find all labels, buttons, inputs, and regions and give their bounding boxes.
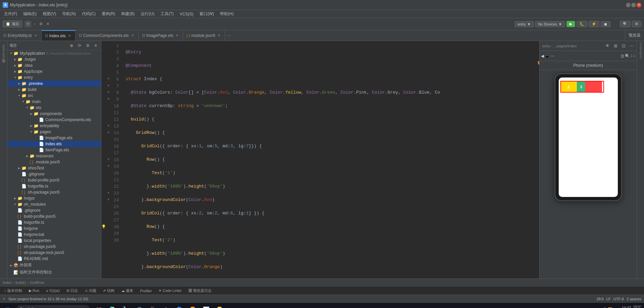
menu-build[interactable]: 构建(B)	[119, 10, 137, 17]
tree-preview[interactable]: ▶ 📁 .preview	[7, 81, 101, 87]
menu-run[interactable]: 运行(U)	[138, 10, 157, 17]
tree-indexets[interactable]: 📄 Index.ets	[7, 141, 101, 147]
menu-navigate[interactable]: 导航(N)	[59, 10, 79, 17]
tree-resources[interactable]: ▶ 📁 resources	[7, 153, 101, 159]
maximize-button[interactable]: □	[631, 3, 636, 7]
tabs-more-btn[interactable]: ⋯	[225, 30, 233, 41]
tree-hvigorfile[interactable]: 📄 hvigorfile.ts	[7, 183, 101, 189]
run-button[interactable]: ▶	[566, 21, 575, 27]
tab-commoncomponents[interactable]: ⊡ CommonComponents.ets ✕	[76, 30, 139, 41]
fold-btn-23[interactable]: ▼	[106, 190, 111, 197]
preview-options-btn[interactable]: ⋯	[550, 54, 554, 58]
minimize-button[interactable]: −	[626, 3, 631, 7]
vtab-structure[interactable]: 结构	[1, 64, 7, 68]
tree-external[interactable]: ▶ 📦 外部库	[7, 262, 101, 269]
preview-more-btn[interactable]: ⋯	[628, 42, 635, 50]
tree-main[interactable]: ▼ 📁 main	[7, 99, 101, 105]
code-editor[interactable]: 1 2 3 4	[101, 41, 539, 278]
fold-btn-19[interactable]: ▼	[106, 163, 111, 170]
line-ending[interactable]: LF	[606, 297, 611, 301]
taskbar-app-settings[interactable]: ⚙	[160, 304, 172, 308]
close-tab-common[interactable]: ✕	[130, 33, 135, 38]
menu-file[interactable]: 文件(F)	[1, 10, 20, 17]
entry-dropdown[interactable]: entry ▼	[515, 21, 534, 27]
fold-btn-9[interactable]: ▼	[106, 96, 111, 103]
fold-btn-18[interactable]: ▼	[106, 156, 111, 163]
file-charset[interactable]: UTF-8	[613, 297, 624, 301]
menu-refactor[interactable]: 重构(R)	[99, 10, 118, 17]
cursor-position[interactable]: 28:6	[597, 297, 604, 301]
project-btn[interactable]: 📋 项目	[3, 20, 22, 28]
taskbar-app-yellow[interactable]: 🟡	[214, 304, 226, 308]
menu-tools[interactable]: 工具(T)	[158, 10, 176, 17]
tree-src[interactable]: ▼ 📁 src	[7, 93, 101, 99]
search-bar[interactable]: 🔍 搜索	[16, 305, 90, 308]
bottom-tab-structure[interactable]: ✔ 结构	[100, 288, 117, 294]
tree-ets[interactable]: ▼ 📁 ets	[7, 105, 101, 111]
close-tab-module[interactable]: ✕	[217, 33, 221, 38]
preview-back-btn[interactable]: ◀	[541, 54, 544, 58]
up-icon[interactable]: ↑	[32, 21, 37, 27]
tree-localprops[interactable]: 📄 local.properties	[7, 238, 101, 244]
debug-button[interactable]: 🐛	[577, 21, 587, 27]
tree-hvigor[interactable]: ▶ 📁 .hvigor	[7, 56, 101, 62]
bottom-tab-previewlog[interactable]: ☰ 预览器日志	[186, 288, 214, 294]
tab-modulejson[interactable]: { } module.json5 ✕	[183, 30, 225, 41]
menu-code[interactable]: 代码(C)	[79, 10, 98, 17]
sidebar-add-btn[interactable]: ⊕	[68, 42, 75, 49]
taskbar-app-music[interactable]: 🎵	[133, 304, 145, 308]
close-sidebar-icon[interactable]: ✕	[45, 21, 51, 27]
tree-pages[interactable]: ▼ 📁 pages	[7, 129, 101, 135]
taskbar-app-phone[interactable]: 📱	[146, 304, 158, 308]
indent-style[interactable]: 2 spaces	[627, 297, 641, 301]
tree-ohpackage[interactable]: { } oh-package.json5	[7, 189, 101, 195]
preview-zoom-btn[interactable]: 🔍	[625, 54, 630, 58]
breadcrumb-build[interactable]: build()	[16, 280, 26, 285]
taskbar-app-edge[interactable]: 🌍	[106, 304, 118, 308]
tree-idea[interactable]: ▶ 📁 .idea	[7, 62, 101, 68]
tree-ohostest[interactable]: ▶ 📁 ohosTest	[7, 165, 101, 171]
menu-window[interactable]: 窗口(W)	[197, 10, 217, 17]
search-toolbar-btn[interactable]: 🔍	[620, 21, 631, 27]
tree-build[interactable]: ▶ 📁 build	[7, 87, 101, 93]
sync-icon[interactable]: ⟳	[25, 21, 31, 27]
tree-entry[interactable]: ▼ 📁 entry	[7, 74, 101, 81]
bottom-tab-codelinter[interactable]: ✦ Code Linter	[156, 288, 184, 294]
menu-view[interactable]: 视图(V)	[40, 10, 59, 17]
fold-btn-13[interactable]: ▼	[106, 123, 111, 130]
preview-zoomfit-btn[interactable]: ⊡	[621, 54, 624, 58]
tree-hvigorwbat[interactable]: 📄 hvigorw.bat	[7, 232, 101, 238]
tree-buildprofile2[interactable]: { } build-profile.json5	[7, 213, 101, 219]
vtab-bookmarks[interactable]: Bookmarks	[1, 42, 6, 63]
tree-readme[interactable]: 📄 README.md	[7, 256, 101, 262]
menu-vcs[interactable]: VCS(S)	[177, 11, 196, 17]
tree-ohpackagelock[interactable]: { } oh-package-lock.json5	[7, 250, 101, 256]
tree-hvigorw[interactable]: 📄 hvigorw	[7, 225, 101, 232]
tree-gitignore2[interactable]: 📄 .gitignore	[7, 207, 101, 213]
taskbar-app-devtools[interactable]: 🔧	[120, 304, 132, 308]
tree-appscope[interactable]: ▶ 📁 AppScope	[7, 68, 101, 74]
tree-components[interactable]: ▶ 📁 components	[7, 111, 101, 117]
tree-itempage[interactable]: 📄 ItemPage.ets	[7, 147, 101, 153]
close-tab-image[interactable]: ✕	[175, 33, 179, 38]
tab-indexets[interactable]: ⊡ Index.ets ✕	[42, 30, 76, 41]
tree-modulejson[interactable]: { } module.json5	[7, 159, 101, 165]
tree-myapp[interactable]: ▼ 📁 MyApplication E:\HarmonyOS\MyApplica…	[7, 50, 101, 56]
preview-grid-btn[interactable]: ⊡	[620, 42, 627, 50]
tree-commoncomp[interactable]: 📄 CommonComponents.ets	[7, 117, 101, 123]
taskbar-app-explorer[interactable]: 📁	[93, 304, 105, 308]
taskbar-search[interactable]: 🔍 搜索	[15, 304, 91, 308]
bottom-tab-todo[interactable]: ≡ TODO	[43, 288, 62, 294]
bottom-tab-vcs[interactable]: ⑂ 版本控制	[1, 288, 25, 294]
close-tab-index[interactable]: ✕	[67, 34, 72, 38]
menu-help[interactable]: 帮助(H)	[217, 10, 236, 17]
tab-imagepage[interactable]: ⊡ ImagePage.ets ✕	[139, 30, 183, 41]
fold-btn-24[interactable]: ▼	[106, 197, 111, 203]
menu-edit[interactable]: 编辑(E)	[20, 10, 39, 17]
tree-hvigor2[interactable]: ▶ 📁 hvigor	[7, 195, 101, 201]
tree-ohpackage2[interactable]: { } oh-package.json5	[7, 244, 101, 250]
tree-ohmodules[interactable]: ▼ 📁 oh_modules	[7, 201, 101, 207]
bottom-tab-log[interactable]: ⊟ 日志	[64, 288, 81, 294]
taskbar-app-orange[interactable]: 🟠	[187, 304, 199, 308]
settings-toolbar-btn[interactable]: ⚙	[632, 21, 641, 27]
